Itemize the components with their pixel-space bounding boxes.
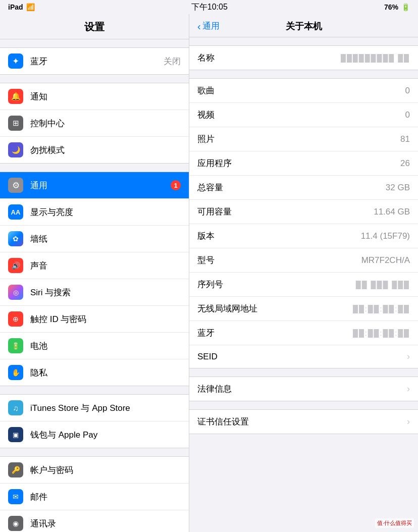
bluetooth-icon: ✦ bbox=[8, 54, 23, 69]
sidebar-group-4: 🔑 帐户与密码 ✉ 邮件 ◉ 通讯录 ▦ 日历 bbox=[0, 456, 189, 532]
songs-value: 0 bbox=[405, 86, 410, 96]
photos-label: 照片 bbox=[197, 133, 400, 145]
siri-icon: ◎ bbox=[8, 285, 23, 300]
wallet-label: 钱包与 Apple Pay bbox=[30, 429, 181, 441]
sidebar-group-1: 🔔 通知 ⊞ 控制中心 🌙 勿扰模式 bbox=[0, 83, 189, 164]
detail-row-serial: 序列号 ██ ███ ███ bbox=[189, 273, 418, 297]
photos-value: 81 bbox=[400, 134, 410, 144]
capacity-label: 总容量 bbox=[197, 182, 386, 193]
battery-icon-sidebar: 🔋 bbox=[8, 338, 23, 353]
back-button[interactable]: ‹ 通用 bbox=[197, 20, 220, 32]
device-label: iPad bbox=[8, 3, 23, 11]
status-bar: iPad 📶 下午10:05 76% 🔋 bbox=[0, 0, 418, 14]
version-value: 11.4 (15F79) bbox=[361, 231, 410, 241]
serial-value: ██ ███ ███ bbox=[356, 281, 410, 289]
sound-label: 声音 bbox=[30, 260, 181, 272]
control-icon: ⊞ bbox=[8, 116, 23, 131]
serial-label: 序列号 bbox=[197, 279, 356, 290]
model-value: MR7F2CH/A bbox=[361, 255, 410, 265]
accounts-icon: 🔑 bbox=[8, 462, 23, 477]
watermark: 值·什么值得买 bbox=[375, 518, 414, 528]
detail-row-cert[interactable]: 证书信任设置 › bbox=[189, 410, 418, 434]
apps-value: 26 bbox=[400, 158, 410, 169]
sidebar-item-control[interactable]: ⊞ 控制中心 bbox=[0, 110, 189, 137]
wifi-icon: 📶 bbox=[26, 3, 35, 11]
display-icon: AA bbox=[8, 204, 23, 220]
dnd-label: 勿扰模式 bbox=[30, 144, 181, 156]
detail-panel: ‹ 通用 关于本机 名称 █████████ ██ 歌曲 0 视频 0 照片 bbox=[189, 14, 418, 532]
detail-row-apps: 应用程序 26 bbox=[189, 151, 418, 176]
sidebar-item-battery[interactable]: 🔋 电池 bbox=[0, 333, 189, 359]
detail-row-version: 版本 11.4 (15F79) bbox=[189, 224, 418, 248]
detail-title: 关于本机 bbox=[286, 20, 322, 32]
sidebar-item-general[interactable]: ⚙ 通用 1 bbox=[0, 172, 189, 199]
bt-addr-label: 蓝牙 bbox=[197, 327, 353, 339]
legal-chevron-icon: › bbox=[407, 384, 410, 394]
sound-icon: 🔊 bbox=[8, 258, 23, 273]
bluetooth-label: 蓝牙 bbox=[30, 56, 164, 67]
cert-chevron-icon: › bbox=[407, 416, 410, 427]
sidebar-title: 设置 bbox=[0, 14, 189, 39]
sidebar-item-privacy[interactable]: ✋ 隐私 bbox=[0, 359, 189, 386]
itunes-icon: ♫ bbox=[8, 400, 23, 415]
privacy-label: 隐私 bbox=[30, 367, 181, 379]
sidebar-item-contacts[interactable]: ◉ 通讯录 bbox=[0, 510, 189, 532]
sidebar-item-bluetooth[interactable]: ✦ 蓝牙 关闭 bbox=[0, 48, 189, 74]
sidebar-item-dnd[interactable]: 🌙 勿扰模式 bbox=[0, 137, 189, 163]
sidebar-item-mail[interactable]: ✉ 邮件 bbox=[0, 484, 189, 510]
apps-label: 应用程序 bbox=[197, 157, 400, 169]
dnd-icon: 🌙 bbox=[8, 142, 23, 157]
mail-icon: ✉ bbox=[8, 489, 23, 504]
bluetooth-value: 关闭 bbox=[164, 56, 181, 67]
sidebar-item-wallpaper[interactable]: ✿ 墙纸 bbox=[0, 226, 189, 252]
sidebar-group-3: ♫ iTunes Store 与 App Store ▣ 钱包与 Apple P… bbox=[0, 394, 189, 448]
battery-icon: 🔋 bbox=[401, 3, 410, 11]
sidebar-group-2: ⚙ 通用 1 AA 显示与亮度 ✿ 墙纸 🔊 声音 ◎ Siri 与搜索 ⊕ bbox=[0, 172, 189, 386]
battery-label: 电池 bbox=[30, 340, 181, 352]
back-label: 通用 bbox=[202, 20, 220, 32]
detail-row-seid[interactable]: SEID › bbox=[189, 345, 418, 368]
sidebar-item-itunes[interactable]: ♫ iTunes Store 与 App Store bbox=[0, 395, 189, 421]
battery-level: 76% bbox=[384, 3, 398, 11]
general-icon: ⚙ bbox=[8, 178, 23, 193]
detail-row-legal[interactable]: 法律信息 › bbox=[189, 377, 418, 401]
detail-row-wifi-addr: 无线局域网地址 ██:██:██:██ bbox=[189, 297, 418, 321]
bt-addr-value: ██:██:██:██ bbox=[353, 329, 410, 337]
accounts-label: 帐户与密码 bbox=[30, 464, 181, 476]
itunes-label: iTunes Store 与 App Store bbox=[30, 402, 181, 414]
sidebar-item-accounts[interactable]: 🔑 帐户与密码 bbox=[0, 457, 189, 484]
sidebar-group-0: ✦ 蓝牙 关闭 bbox=[0, 47, 189, 75]
wallpaper-label: 墙纸 bbox=[30, 233, 181, 245]
notification-icon: 🔔 bbox=[8, 89, 23, 104]
sidebar-item-display[interactable]: AA 显示与亮度 bbox=[0, 199, 189, 226]
model-label: 型号 bbox=[197, 254, 361, 266]
detail-row-videos: 视频 0 bbox=[189, 103, 418, 127]
sidebar: 设置 ✦ 蓝牙 关闭 🔔 通知 ⊞ 控制中心 🌙 勿扰模式 bbox=[0, 14, 189, 532]
detail-row-model: 型号 MR7F2CH/A bbox=[189, 248, 418, 273]
seid-label: SEID bbox=[197, 352, 403, 362]
detail-row-bt-addr: 蓝牙 ██:██:██:██ bbox=[189, 321, 418, 345]
sidebar-item-wallet[interactable]: ▣ 钱包与 Apple Pay bbox=[0, 421, 189, 448]
sidebar-item-sound[interactable]: 🔊 声音 bbox=[0, 252, 189, 279]
status-right: 76% 🔋 bbox=[384, 3, 410, 11]
general-label: 通用 bbox=[30, 180, 171, 191]
sidebar-item-touchid[interactable]: ⊕ 触控 ID 与密码 bbox=[0, 306, 189, 333]
detail-row-songs: 歌曲 0 bbox=[189, 79, 418, 103]
status-left: iPad 📶 bbox=[8, 3, 35, 11]
detail-row-photos: 照片 81 bbox=[189, 127, 418, 151]
detail-row-available: 可用容量 11.64 GB bbox=[189, 200, 418, 224]
sidebar-item-notification[interactable]: 🔔 通知 bbox=[0, 83, 189, 110]
touchid-label: 触控 ID 与密码 bbox=[30, 313, 181, 325]
wallpaper-icon: ✿ bbox=[8, 231, 23, 246]
siri-label: Siri 与搜索 bbox=[30, 287, 181, 298]
sidebar-item-siri[interactable]: ◎ Siri 与搜索 bbox=[0, 279, 189, 306]
name-value: █████████ ██ bbox=[341, 54, 410, 62]
videos-value: 0 bbox=[405, 110, 410, 120]
available-label: 可用容量 bbox=[197, 206, 374, 218]
detail-header: ‹ 通用 关于本机 bbox=[189, 14, 418, 37]
wifi-addr-value: ██:██:██:██ bbox=[353, 305, 410, 313]
general-badge: 1 bbox=[171, 180, 181, 190]
detail-group-stats: 歌曲 0 视频 0 照片 81 应用程序 26 总容量 32 GB 可用容量 1… bbox=[189, 78, 418, 368]
videos-label: 视频 bbox=[197, 109, 405, 121]
name-label: 名称 bbox=[197, 52, 341, 64]
